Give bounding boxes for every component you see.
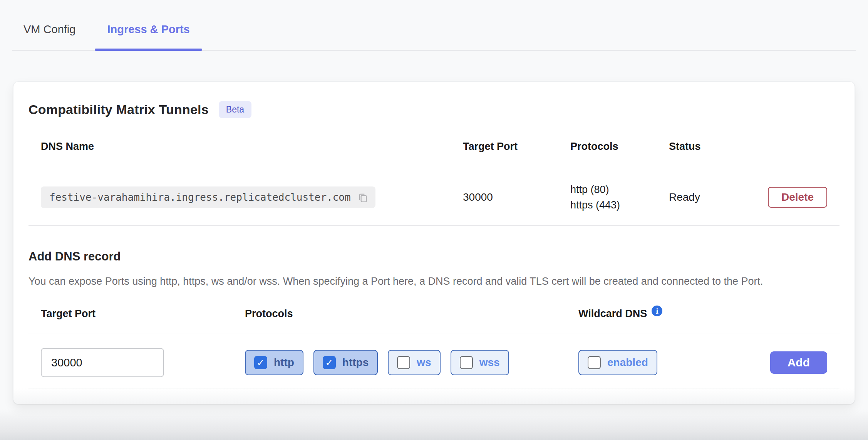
protocol-checkbox-https[interactable]: https <box>313 350 378 375</box>
protocol-chip-label: http <box>274 356 294 369</box>
form-col-header-target-port: Target Port <box>28 308 245 334</box>
wildcard-enabled-checkbox[interactable]: enabled <box>578 350 657 375</box>
row-protocol-http: http (80) <box>570 182 669 197</box>
delete-button[interactable]: Delete <box>768 187 827 208</box>
col-header-protocols: Protocols <box>570 141 669 169</box>
tunnels-table-header: DNS Name Target Port Protocols Status <box>28 141 840 169</box>
checkbox-icon <box>397 356 410 369</box>
form-col-header-protocols: Protocols <box>245 308 578 334</box>
tab-bar: VM Config Ingress & Ports <box>12 0 856 50</box>
checkbox-icon <box>254 356 267 369</box>
page: VM Config Ingress & Ports Compatibility … <box>0 0 868 440</box>
protocol-chip-label: https <box>342 356 369 369</box>
beta-badge: Beta <box>219 101 251 118</box>
add-dns-record-description: You can expose Ports using http, https, … <box>28 274 799 289</box>
protocol-checkbox-wss[interactable]: wss <box>451 350 509 375</box>
tab-ingress-ports[interactable]: Ingress & Ports <box>95 23 202 50</box>
row-protocols: http (80) https (443) <box>570 182 669 213</box>
add-button[interactable]: Add <box>770 351 827 374</box>
checkbox-icon <box>323 356 336 369</box>
tab-vm-config[interactable]: VM Config <box>23 23 75 50</box>
dns-name-pill: festive-varahamihira.ingress.replicatedc… <box>41 186 375 208</box>
form-col-header-wildcard-dns: Wildcard DNS i <box>578 308 741 334</box>
protocol-chip-label: ws <box>417 356 431 369</box>
protocol-chips: http https ws wss <box>245 350 578 375</box>
table-row: festive-varahamihira.ingress.replicatedc… <box>28 169 840 226</box>
protocol-checkbox-ws[interactable]: ws <box>388 350 440 375</box>
checkbox-icon <box>588 356 601 369</box>
add-form-row: http https ws wss <box>28 334 840 388</box>
info-icon[interactable]: i <box>652 306 662 316</box>
col-header-status: Status <box>669 141 746 169</box>
tunnels-card: Compatibility Matrix Tunnels Beta DNS Na… <box>13 81 855 404</box>
checkbox-icon <box>460 356 473 369</box>
wildcard-dns-label: Wildcard DNS <box>578 308 647 320</box>
row-protocol-https: https (443) <box>570 197 669 213</box>
status-badge: Ready <box>669 191 746 203</box>
col-header-dns-name: DNS Name <box>28 141 463 169</box>
add-dns-record-heading: Add DNS record <box>28 250 840 264</box>
wildcard-chip-label: enabled <box>607 356 648 369</box>
col-header-target-port: Target Port <box>463 141 570 169</box>
page-title: Compatibility Matrix Tunnels <box>28 102 209 117</box>
card-title-row: Compatibility Matrix Tunnels Beta <box>28 82 840 118</box>
card-footer <box>13 388 855 404</box>
protocol-checkbox-http[interactable]: http <box>245 350 303 375</box>
dns-name-value: festive-varahamihira.ingress.replicatedc… <box>49 191 351 203</box>
copy-icon[interactable] <box>357 191 369 203</box>
protocol-chip-label: wss <box>479 356 500 369</box>
target-port-input[interactable] <box>41 348 164 377</box>
row-target-port: 30000 <box>463 191 570 203</box>
add-form-header: Target Port Protocols Wildcard DNS i <box>28 308 840 334</box>
